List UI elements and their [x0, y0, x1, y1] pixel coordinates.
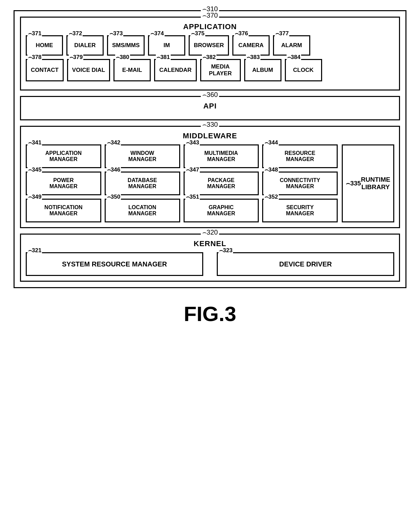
kernel-system-resource-manager: ⌢321 SYSTEM RESOURCE MANAGER [26, 252, 203, 276]
ref-373: ⌢373 [109, 30, 123, 37]
mw-application-manager: ⌢341 APPLICATION MANAGER [26, 144, 101, 168]
app-home: ⌢371 HOME [26, 35, 63, 56]
ref-344: ⌢344 [264, 139, 278, 146]
ref-323: ⌢323 [218, 247, 233, 254]
app-smsmms: ⌢373 SMS/MMS [107, 35, 145, 56]
ref-345: ⌢345 [27, 166, 42, 173]
ref-352: ⌢352 [264, 194, 278, 200]
app-dialer: ⌢372 DIALER [66, 35, 104, 56]
app-browser: ⌢375 BROWSER [189, 35, 229, 56]
app-voice-dial: ⌢379 VOICE DIAL [67, 59, 110, 81]
mw-window-manager: ⌢342 WINDOW MANAGER [105, 144, 180, 168]
app-row-1: ⌢371 HOME ⌢372 DIALER ⌢373 SMS/MMS ⌢374 … [26, 35, 394, 56]
app-clock: ⌢384 CLOCK [285, 59, 322, 81]
kernel-row: ⌢321 SYSTEM RESOURCE MANAGER ⌢323 DEVICE… [26, 252, 394, 276]
api-title: API [26, 102, 394, 111]
ref-382: ⌢382 [202, 54, 216, 61]
ref-378: ⌢378 [27, 54, 42, 61]
ref-371: ⌢371 [27, 30, 42, 37]
ref-342: ⌢342 [106, 139, 121, 146]
app-im: ⌢374 IM [148, 35, 185, 56]
mw-multimedia-manager: ⌢343 MULTIMEDIA MANAGER [184, 144, 259, 168]
ref-350: ⌢350 [106, 194, 121, 200]
box-330: ⌢330 MIDDLEWARE ⌢341 APPLICATION MANAGER… [20, 126, 400, 228]
figure-label: FIG.3 [184, 302, 236, 326]
ref-348: ⌢348 [264, 166, 278, 173]
ref-379: ⌢379 [69, 54, 83, 61]
middleware-grid: ⌢341 APPLICATION MANAGER ⌢342 WINDOW MAN… [26, 144, 394, 222]
ref-381: ⌢381 [156, 54, 170, 61]
ref-347: ⌢347 [185, 166, 200, 173]
ref-330: ⌢330 [201, 121, 219, 128]
ref-349: ⌢349 [27, 194, 42, 200]
app-album: ⌢383 ALBUM [244, 59, 281, 81]
mw-notification-manager: ⌢349 NOTIFICATION MANAGER [26, 199, 101, 222]
middleware-title: MIDDLEWARE [26, 132, 394, 140]
mw-package-manager: ⌢347 PACKAGE MANAGER [184, 172, 259, 195]
box-370: ⌢370 APPLICATION ⌢371 HOME ⌢372 DIALER ⌢… [20, 17, 400, 91]
ref-377: ⌢377 [275, 30, 289, 37]
mw-runtime-library: ⌢335 RUNTIME LIBRARY [342, 144, 394, 222]
mw-connectivity-manager: ⌢348 CONNECTIVITY MANAGER [262, 172, 338, 195]
mw-graphic-manager: ⌢351 GRAPHIC MANAGER [184, 199, 259, 222]
ref-320: ⌢320 [201, 228, 219, 236]
ref-380: ⌢380 [115, 54, 130, 61]
ref-341: ⌢341 [27, 139, 42, 146]
ref-372: ⌢372 [68, 30, 83, 37]
mw-power-manager: ⌢345 POWER MANAGER [26, 172, 101, 195]
app-camera: ⌢376 CAMERA [232, 35, 270, 56]
ref-370: ⌢370 [201, 12, 219, 19]
ref-321: ⌢321 [27, 247, 42, 254]
ref-351: ⌢351 [185, 194, 200, 200]
ref-376: ⌢376 [234, 30, 249, 37]
ref-375: ⌢375 [190, 30, 205, 37]
ref-374: ⌢374 [150, 30, 164, 37]
kernel-title: KERNEL [26, 239, 394, 248]
mw-location-manager: ⌢350 LOCATION MANAGER [105, 199, 180, 222]
box-360: ⌢360 API [20, 96, 400, 120]
box-310: ⌢310 ⌢370 APPLICATION ⌢371 HOME ⌢372 DIA… [14, 10, 406, 288]
kernel-device-driver: ⌢323 DEVICE DRIVER [217, 252, 394, 276]
app-alarm: ⌢377 ALARM [273, 35, 310, 56]
ref-346: ⌢346 [106, 166, 121, 173]
box-320: ⌢320 KERNEL ⌢321 SYSTEM RESOURCE MANAGER… [20, 234, 400, 282]
app-calendar: ⌢381 CALENDAR [154, 59, 196, 81]
mw-resource-manager: ⌢344 RESOURCE MANAGER [262, 144, 338, 168]
app-email: ⌢380 E-MAIL [113, 59, 151, 81]
ref-384: ⌢384 [287, 54, 301, 61]
ref-383: ⌢383 [246, 54, 260, 61]
ref-360: ⌢360 [201, 91, 219, 99]
app-contact: ⌢378 CONTACT [26, 59, 64, 81]
app-row-2: ⌢378 CONTACT ⌢379 VOICE DIAL ⌢380 E-MAIL… [26, 59, 394, 81]
ref-343: ⌢343 [185, 139, 200, 146]
mw-security-manager: ⌢352 SECURITY MANAGER [262, 199, 338, 222]
mw-database-manager: ⌢346 DATABASE MANAGER [105, 172, 180, 195]
ref-335: ⌢335 [346, 180, 361, 187]
diagram-wrapper: ⌢310 ⌢370 APPLICATION ⌢371 HOME ⌢372 DIA… [14, 10, 406, 288]
app-media-player: ⌢382 MEDIA PLAYER [200, 59, 241, 81]
middleware-main: ⌢341 APPLICATION MANAGER ⌢342 WINDOW MAN… [26, 144, 338, 222]
